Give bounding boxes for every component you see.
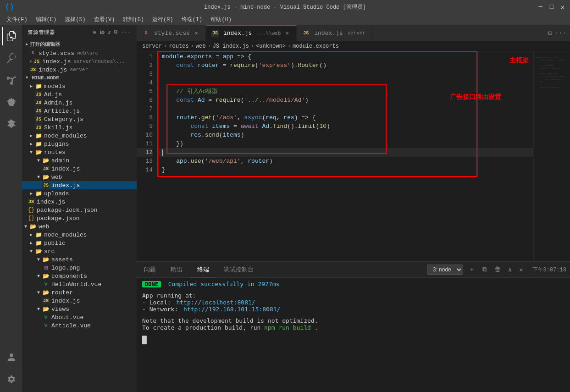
js-file-icon: JS [33, 58, 40, 65]
menu-help[interactable]: 帮助(H) [207, 15, 235, 24]
terminal-network: - Network: http://192.168.101.15:8081/ [142, 306, 564, 313]
menu-select[interactable]: 选择(S) [61, 15, 89, 24]
arrow-icon: ▶ [28, 239, 35, 247]
arrow-icon: ▼ [35, 157, 42, 164]
tree-admin-folder[interactable]: ▼ 📂 admin [22, 156, 137, 165]
tree-web-root[interactable]: ▼ 📂 web [22, 222, 137, 231]
arrow-icon: ▼ [35, 173, 42, 181]
tree-components[interactable]: ▼ 📂 components [22, 272, 137, 280]
kill-terminal-icon[interactable]: 🗑 [493, 265, 503, 274]
activity-extensions[interactable] [2, 115, 20, 133]
split-terminal-icon[interactable]: ⧉ [481, 265, 489, 274]
activity-account[interactable] [2, 348, 20, 366]
tree-models[interactable]: ▶ 📁 models [22, 82, 137, 90]
tree-admin-index[interactable]: JS index.js [22, 165, 137, 173]
tab-close-web[interactable]: ✕ [283, 30, 291, 37]
tree-adjs[interactable]: JS Ad.js [22, 90, 137, 99]
tree-articlejs[interactable]: JS Article.js [22, 107, 137, 115]
arrow-icon: ▼ [22, 223, 29, 230]
open-editor-index-web[interactable]: ✕ JS index.js server\routes\... [22, 57, 137, 66]
maximize-button[interactable]: □ [549, 4, 554, 10]
minimize-button[interactable]: ─ [538, 4, 543, 10]
local-url-link[interactable]: http://localhost:8081/ [176, 299, 255, 306]
tree-web-folder[interactable]: ▼ 📂 web [22, 173, 137, 181]
tree-helloworld[interactable]: V HelloWorld.vue [22, 280, 137, 288]
tree-web-index[interactable]: JS index.js [22, 181, 137, 189]
menu-file[interactable]: 文件(F) [3, 15, 31, 24]
maximize-panel-icon[interactable]: ∧ [506, 265, 514, 275]
sidebar-header: 资源管理器 ⊕ 🗁 ↺ ⧉ ··· [22, 25, 137, 39]
code-line-11: }) [157, 139, 533, 148]
tree-public[interactable]: ▶ 📁 public [22, 239, 137, 247]
code-editor[interactable]: 1234 5678 91011 12 1314 主框架 广告接口路由设置 [137, 51, 570, 261]
terminal-selector[interactable]: 3: node [427, 265, 463, 275]
new-folder-icon[interactable]: 🗁 [100, 29, 105, 35]
menu-edit[interactable]: 编辑(E) [32, 15, 61, 24]
tab-index-server[interactable]: JS index.js server [297, 25, 371, 41]
line-numbers: 1234 5678 91011 12 1314 [137, 51, 157, 261]
panel-tab-terminal[interactable]: 终端 [190, 262, 216, 277]
code-line-2: const router = require('express').Router… [157, 61, 533, 70]
new-file-icon[interactable]: ⊕ [93, 29, 97, 35]
tree-uploads[interactable]: ▶ 📁 uploads [22, 189, 137, 198]
menu-view[interactable]: 查看(V) [90, 15, 119, 24]
panel-tab-output[interactable]: 输出 [163, 262, 190, 277]
open-editor-index-server[interactable]: JS index.js server [22, 66, 137, 74]
tree-adminjs[interactable]: JS Admin.js [22, 99, 137, 107]
more-actions-icon2[interactable]: ··· [555, 29, 566, 37]
code-line-9: const items = await Ad.find().limit(10) [157, 122, 533, 131]
more-actions-icon[interactable]: ··· [121, 29, 131, 35]
tab-style-scss[interactable]: S style.scss ✕ [137, 25, 206, 41]
activity-settings[interactable] [2, 370, 20, 388]
tree-skilljs[interactable]: JS Skill.js [22, 123, 137, 132]
network-url-link[interactable]: http://192.168.101.15:8081/ [183, 306, 280, 313]
tree-node-modules1[interactable]: ▶ 📁 node_modules [22, 132, 137, 140]
tree-about[interactable]: V About.vue [22, 313, 137, 321]
activity-git[interactable] [2, 71, 20, 89]
menu-terminal[interactable]: 终端(T) [178, 15, 206, 24]
collapse-icon[interactable]: ⧉ [114, 29, 118, 35]
activity-explorer[interactable] [2, 27, 20, 45]
arrow-icon: ▼ [28, 248, 35, 255]
tree-categoryjs[interactable]: JS Category.js [22, 115, 137, 123]
code-line-4 [157, 78, 533, 87]
tree-router-index[interactable]: JS index.js [22, 297, 137, 305]
tree-article[interactable]: V Article.vue [22, 321, 137, 330]
refresh-icon[interactable]: ↺ [108, 29, 111, 35]
tree-views[interactable]: ▼ 📂 views [22, 305, 137, 313]
tree-node-modules2[interactable]: ▶ 📁 node_modules [22, 231, 137, 239]
split-editor-icon[interactable]: ⧉ [548, 29, 552, 37]
tree-package-json[interactable]: {} package.json [22, 214, 137, 222]
panel-tab-problems[interactable]: 问题 [137, 262, 163, 277]
tree-routes[interactable]: ▼ 📂 routes [22, 148, 137, 156]
add-terminal-icon[interactable]: ＋ [467, 265, 477, 275]
tree-logo[interactable]: 🖼 logo.png [22, 264, 137, 272]
code-content[interactable]: 主框架 广告接口路由设置 module.exports = app => { c… [157, 51, 533, 261]
menu-run[interactable]: 运行(R) [149, 15, 177, 24]
panel-tab-debug[interactable]: 调试控制台 [216, 262, 261, 277]
tree-src[interactable]: ▼ 📂 src [22, 247, 137, 255]
arrow-icon: ▶ [28, 231, 35, 238]
open-editors-title[interactable]: ▶ 打开的编辑器 [22, 39, 137, 49]
activity-debug[interactable] [2, 93, 20, 111]
tab-close-scss[interactable]: ✕ [193, 29, 200, 37]
close-panel-icon[interactable]: ✕ [517, 265, 525, 275]
tree-root-index[interactable]: JS index.js [22, 198, 137, 206]
open-editor-scss[interactable]: S style.scss web\src [22, 49, 137, 57]
tree-router[interactable]: ▼ 📂 router [22, 288, 137, 297]
code-line-13: app.use('/web/api', router) [157, 157, 533, 166]
vue-icon: V [42, 281, 50, 288]
tree-plugins[interactable]: ▶ 📁 plugins [22, 140, 137, 148]
close-button[interactable]: ✕ [560, 4, 565, 10]
menu-goto[interactable]: 转到(G) [119, 15, 148, 24]
tab-index-web[interactable]: JS index.js ...\\web ✕ [206, 25, 297, 41]
activity-search[interactable] [2, 49, 20, 67]
project-title[interactable]: ▼ MINE-NODE [22, 74, 137, 82]
js-icon: JS [42, 297, 50, 304]
tree-assets[interactable]: ▼ 📂 assets [22, 255, 137, 264]
png-icon: 🖼 [42, 264, 50, 271]
npm-run-build-link[interactable]: npm run build [264, 324, 311, 331]
code-line-14: } [157, 166, 533, 174]
tree-package-lock[interactable]: {} package-lock.json [22, 206, 137, 214]
js-icon: JS [42, 182, 50, 189]
